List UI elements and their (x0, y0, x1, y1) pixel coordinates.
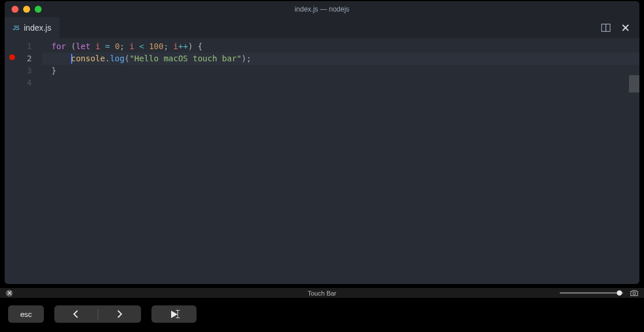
play-icon (171, 311, 177, 318)
code-line-4[interactable] (51, 77, 639, 89)
line-number[interactable]: 3 (5, 65, 42, 77)
window-title: index.js — nodejs (295, 5, 350, 13)
window-minimize-button[interactable] (23, 6, 30, 13)
tab-indexjs[interactable]: JS index.js (5, 17, 60, 38)
touchbar-header: Touch Bar (0, 287, 644, 298)
touchbar-header-right (560, 290, 638, 296)
touchbar-play-button[interactable] (151, 305, 197, 323)
code-line-3[interactable]: } (51, 65, 639, 77)
close-tab-icon[interactable] (621, 23, 630, 32)
touchbar-close-icon[interactable] (6, 290, 13, 297)
code-line-1[interactable]: for (let i = 0; i < 100; i++) { (51, 40, 639, 53)
touchbar: esc (0, 298, 644, 330)
touchbar-forward-button[interactable] (98, 310, 142, 318)
editor-window: index.js — nodejs JS index.js 1 2 3 4 fo… (5, 1, 639, 284)
tabs-row: JS index.js (5, 17, 639, 38)
svg-point-6 (633, 292, 635, 294)
touchbar-label: Touch Bar (308, 290, 336, 297)
split-editor-icon[interactable] (601, 23, 610, 32)
line-number[interactable]: 4 (5, 77, 42, 89)
text-cursor-icon (177, 310, 178, 318)
window-maximize-button[interactable] (35, 6, 42, 13)
code-line-2[interactable]: console.log("Hello macOS touch bar"); (51, 53, 639, 65)
line-number[interactable]: 1 (5, 40, 42, 53)
touchbar-nav-group (54, 305, 141, 323)
svg-marker-7 (171, 311, 177, 318)
traffic-lights (12, 6, 42, 13)
gutter[interactable]: 1 2 3 4 (5, 38, 42, 284)
chevron-left-icon (73, 310, 79, 318)
window-close-button[interactable] (12, 6, 18, 13)
touchbar-slider[interactable] (560, 292, 623, 294)
titlebar: index.js — nodejs (5, 1, 639, 17)
editor-body[interactable]: 1 2 3 4 for (let i = 0; i < 100; i++) { … (5, 38, 639, 284)
touchbar-back-button[interactable] (54, 310, 98, 318)
camera-icon[interactable] (630, 290, 638, 296)
tab-filename: index.js (24, 23, 51, 32)
js-file-icon: JS (13, 25, 19, 31)
tab-actions (601, 23, 630, 32)
touchbar-slider-thumb[interactable] (617, 290, 622, 296)
code-area[interactable]: for (let i = 0; i < 100; i++) { console.… (42, 38, 639, 284)
chevron-right-icon (117, 310, 123, 318)
touchbar-esc-button[interactable]: esc (8, 305, 44, 323)
breakpoint-marker[interactable] (9, 54, 15, 60)
